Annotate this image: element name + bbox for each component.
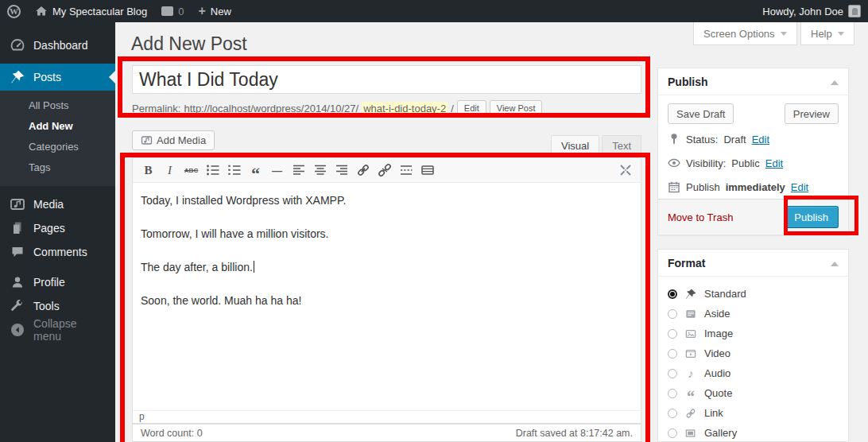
collapse-up-icon[interactable] [831,76,839,85]
howdy-label: Howdy, John Doe [762,6,843,17]
blockquote-icon[interactable]: “ [245,161,266,180]
permalink-base-url: http://localhost/wordpress/2014/10/27/ [184,103,358,114]
edit-schedule-link[interactable]: Edit [791,181,808,193]
publish-panel-body: Save Draft Preview Status: Draft Edit Vi… [658,95,848,195]
post-title-input[interactable] [132,65,641,94]
radio-video[interactable] [668,349,677,359]
collapse-menu-label: Collapse menu [33,317,106,343]
toolbar-toggle-icon[interactable] [417,161,438,180]
comment-count: 0 [178,6,184,17]
comments-menu[interactable]: 0 [154,0,191,22]
save-draft-button[interactable]: Save Draft [668,103,734,124]
sidebar-item-profile[interactable]: Profile [0,270,115,294]
wordpress-logo-letter: W [10,6,18,16]
image-icon [684,328,698,340]
align-right-icon[interactable] [331,161,352,180]
help-button[interactable]: Help [800,22,854,45]
wordpress-logo-icon: W [7,5,21,18]
publish-panel-header[interactable]: Publish [658,68,848,95]
site-name-menu[interactable]: My Spectacular Blog [28,0,154,22]
publish-button[interactable]: Publish [784,206,839,228]
radio-link[interactable] [668,409,677,418]
radio-image[interactable] [668,329,677,339]
sidebar-item-media[interactable]: Media [0,192,115,216]
strikethrough-icon[interactable]: ABC [180,161,202,180]
sidebar-item-add-new[interactable]: Add New [0,116,115,137]
collapse-menu-button[interactable]: Collapse menu [0,318,115,342]
new-label: New [211,6,231,17]
screen-options-button[interactable]: Screen Options [693,22,797,45]
sidebar-item-dashboard[interactable]: Dashboard [0,33,115,57]
page-title: Add New Post [131,33,247,55]
sidebar-item-pages[interactable]: Pages [0,216,115,240]
format-panel: Format Standard Aside Image Vi [657,249,849,442]
comments-icon [10,244,25,260]
edit-permalink-button[interactable]: Edit [457,100,486,116]
tools-icon [10,298,25,314]
sidebar-item-tags[interactable]: Tags [0,157,115,178]
italic-icon[interactable]: I [159,161,180,180]
menu-separator [0,264,115,270]
active-menu-arrow [103,71,115,83]
radio-quote[interactable] [668,389,677,398]
tab-text[interactable]: Text [602,135,641,157]
align-center-icon[interactable] [309,161,331,180]
format-label: Video [704,347,730,359]
home-icon [35,5,48,17]
numbered-list-icon[interactable] [223,161,245,180]
sidebar-item-label: Media [33,198,64,211]
more-tag-icon[interactable] [395,161,417,180]
admin-menu: Dashboard Posts All Posts Add New Catego… [0,22,115,442]
format-option-link: Link [668,403,839,423]
editor-paragraph: Tomorrow, I will have a million visitors… [141,226,633,242]
major-publishing-actions: Move to Trash Publish [658,199,848,235]
radio-aside[interactable] [668,309,677,319]
editor-content-area[interactable]: Today, I installed Wordpress with XAMPP.… [133,183,641,410]
wp-logo-menu[interactable]: W [0,0,28,22]
distraction-free-icon[interactable] [614,161,636,180]
collapse-up-icon[interactable] [831,258,839,266]
new-content-menu[interactable]: + New [191,0,238,22]
edit-visibility-link[interactable]: Edit [765,157,783,169]
radio-gallery[interactable] [668,428,677,438]
sidebar-item-tools[interactable]: Tools [0,294,115,318]
video-icon [684,347,698,360]
sidebar-item-label: Comments [33,246,87,258]
dashboard-icon [10,37,25,53]
sidebar-item-comments[interactable]: Comments [0,240,115,264]
view-post-button[interactable]: View Post [490,100,543,116]
horizontal-rule-icon[interactable]: — [266,161,288,180]
format-panel-title: Format [668,257,705,269]
my-account-menu[interactable]: Howdy, John Doe [755,0,868,22]
align-left-icon[interactable] [288,161,309,180]
editor-status-bar: Word count: 0 Draft saved at 8:17:42 am. [132,424,641,442]
format-option-video: Video [668,343,839,363]
edit-status-link[interactable]: Edit [752,134,769,145]
visibility-row: Visibility: Public Edit [668,155,839,171]
move-to-trash-link[interactable]: Move to Trash [668,211,733,223]
draft-saved-status: Draft saved at 8:17:42 am. [516,428,633,441]
sidebar-item-all-posts[interactable]: All Posts [0,95,115,116]
plus-icon: + [198,5,205,17]
help-label: Help [811,28,832,40]
collapse-icon [10,322,25,338]
main-content: Add New Post Screen Options Help Permali… [115,22,868,442]
calendar-icon [668,180,680,193]
remove-link-icon[interactable] [374,161,395,180]
format-panel-header[interactable]: Format [658,250,848,277]
sidebar-item-categories[interactable]: Categories [0,137,115,157]
tab-visual[interactable]: Visual [551,135,599,157]
format-option-image: Image [668,324,839,343]
radio-audio[interactable] [668,369,677,378]
preview-button[interactable]: Preview [785,103,839,124]
status-value: Draft [723,134,746,145]
bold-icon[interactable]: B [138,161,159,180]
insert-link-icon[interactable] [352,161,374,180]
schedule-value: immediately [726,181,785,193]
sidebar-item-posts[interactable]: Posts [0,64,115,91]
radio-standard[interactable] [668,289,677,299]
format-label: Quote [704,387,732,399]
bulleted-list-icon[interactable] [202,161,223,180]
aside-icon [684,308,698,320]
admin-bar: W My Spectacular Blog 0 + New Howdy, Joh… [0,0,868,22]
